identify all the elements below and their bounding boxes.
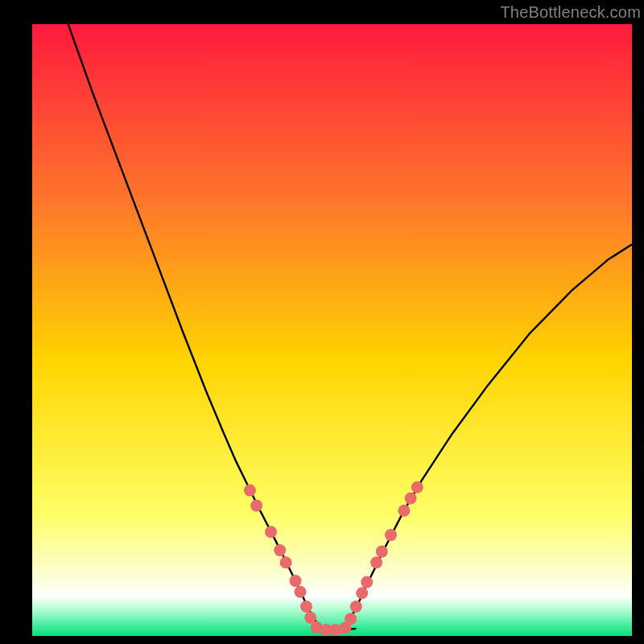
marker-dot bbox=[280, 556, 292, 568]
marker-dot bbox=[356, 587, 368, 599]
marker-dot bbox=[244, 485, 256, 497]
marker-dot bbox=[376, 546, 388, 558]
marker-dot bbox=[274, 544, 286, 556]
marker-dot bbox=[361, 576, 373, 588]
marker-dot bbox=[385, 529, 397, 541]
marker-dot bbox=[370, 556, 382, 568]
marker-dot bbox=[350, 601, 362, 613]
marker-dot bbox=[295, 586, 307, 598]
marker-dot bbox=[411, 481, 423, 493]
watermark-text: TheBottleneck.com bbox=[500, 3, 641, 22]
marker-dot bbox=[290, 575, 302, 587]
marker-dot bbox=[398, 505, 410, 517]
chart-svg bbox=[32, 24, 632, 636]
marker-dot bbox=[405, 493, 417, 505]
marker-dot bbox=[250, 500, 262, 512]
marker-dot bbox=[300, 601, 312, 613]
plot-area bbox=[32, 24, 632, 636]
marker-dot bbox=[265, 526, 277, 538]
marker-dot bbox=[345, 613, 357, 625]
gradient-background bbox=[32, 24, 632, 636]
chart-frame: TheBottleneck.com bbox=[0, 0, 644, 644]
